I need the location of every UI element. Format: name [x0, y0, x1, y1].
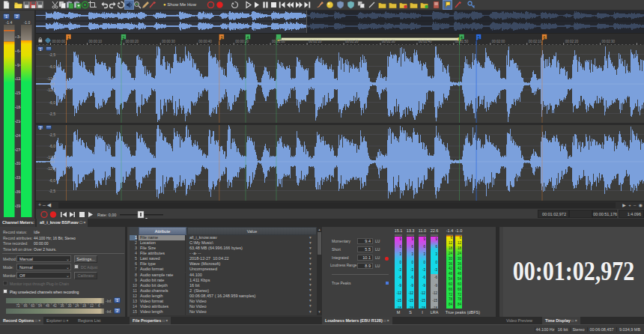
svg-text:00:02:10: 00:02:10	[529, 40, 542, 43]
svg-text:-3: -3	[422, 268, 425, 272]
svg-text:24: 24	[458, 252, 462, 255]
svg-text:00:00:40: 00:00:40	[198, 40, 212, 43]
svg-text:00:00:00: 00:00:00	[52, 40, 66, 43]
svg-text:00:01:10: 00:01:10	[309, 40, 322, 43]
svg-text:24: 24	[449, 252, 453, 255]
svg-text:3: 3	[220, 35, 222, 40]
svg-text:-3: -3	[410, 268, 413, 272]
svg-text:-Inf.: -Inf.	[49, 82, 55, 86]
svg-text:00:00:10: 00:00:10	[88, 40, 102, 43]
svg-text:84: 84	[458, 303, 462, 306]
svg-text:00:00:30: 00:00:30	[162, 40, 175, 43]
svg-text:-15: -15	[396, 299, 401, 303]
svg-text:-6: -6	[410, 276, 413, 279]
svg-text:00:01:20: 00:01:20	[345, 40, 359, 43]
svg-text:1: 1	[67, 35, 70, 40]
svg-text:18: 18	[458, 246, 462, 250]
svg-text:-12,0: -12,0	[47, 166, 56, 171]
svg-text:-12: -12	[408, 291, 413, 295]
svg-text:54: 54	[458, 277, 462, 281]
svg-text:Rate: 0,00: Rate: 0,00	[97, 213, 116, 217]
svg-text:42: 42	[449, 267, 453, 270]
svg-text:-6: -6	[434, 276, 437, 279]
svg-text:15.1: 15.1	[395, 228, 403, 233]
svg-text:48: 48	[449, 272, 453, 276]
svg-text:-12: -12	[396, 291, 401, 295]
svg-text:30: 30	[458, 257, 462, 261]
svg-text:12: 12	[458, 241, 462, 245]
svg-text:-12,0: -12,0	[47, 155, 56, 160]
svg-text:-15: -15	[408, 299, 413, 303]
svg-text:00:01:30: 00:01:30	[382, 40, 395, 43]
svg-text:72: 72	[458, 293, 462, 297]
svg-text:-1.4: -1.4	[446, 228, 453, 233]
svg-text:-6,0: -6,0	[49, 144, 55, 148]
svg-text:-15: -15	[432, 299, 437, 303]
svg-text:-15: -15	[420, 299, 425, 303]
svg-text:48: 48	[458, 272, 462, 276]
svg-text:-12: -12	[432, 291, 437, 295]
svg-text:72: 72	[449, 293, 453, 297]
svg-text:66: 66	[449, 288, 453, 291]
svg-text:-9: -9	[434, 284, 437, 288]
svg-text:-2,5: -2,5	[49, 189, 55, 193]
svg-text:36: 36	[458, 262, 462, 266]
svg-text:-12,0: -12,0	[47, 88, 56, 92]
svg-text:00:02:30: 00:02:30	[602, 40, 616, 43]
svg-text:-6: -6	[422, 276, 425, 279]
svg-text:-2,5: -2,5	[49, 133, 55, 137]
svg-text:-1.0: -1.0	[455, 228, 462, 233]
svg-text:13.3: 13.3	[407, 228, 415, 233]
svg-text:00:01:50: 00:01:50	[455, 40, 469, 43]
svg-text:True peaks (dBFS): True peaks (dBFS)	[446, 310, 480, 315]
svg-text:84: 84	[449, 303, 453, 306]
svg-text:-9: -9	[398, 284, 401, 288]
svg-text:66: 66	[458, 288, 462, 291]
svg-text:11.0: 11.0	[419, 228, 426, 233]
svg-text:42: 42	[458, 267, 462, 270]
svg-text:-12: -12	[420, 291, 425, 295]
svg-text:-6,0: -6,0	[49, 178, 55, 183]
svg-text:-12,0: -12,0	[47, 76, 56, 81]
svg-text:-6: -6	[398, 276, 401, 279]
svg-text:I: I	[422, 310, 423, 315]
svg-text:-3: -3	[434, 268, 437, 272]
svg-text:78: 78	[449, 297, 453, 301]
svg-text:-3: -3	[16, 34, 19, 39]
svg-text:6: 6	[544, 35, 546, 40]
svg-text:00:02:00: 00:02:00	[492, 40, 505, 43]
svg-text:-9: -9	[422, 284, 425, 288]
svg-text:-2,5: -2,5	[49, 52, 55, 57]
svg-text:22.6: 22.6	[431, 228, 439, 233]
svg-text:M: M	[397, 310, 401, 315]
svg-text:-6: -6	[16, 49, 19, 53]
svg-text:5: 5	[478, 35, 480, 40]
svg-text:-6,0: -6,0	[49, 100, 55, 105]
svg-text:-3: -3	[398, 268, 401, 272]
svg-text:-6,0: -6,0	[49, 64, 55, 69]
svg-text:60: 60	[449, 282, 453, 286]
svg-text:18: 18	[449, 246, 453, 250]
svg-text:-9: -9	[410, 284, 413, 288]
svg-text:2: 2	[123, 35, 125, 40]
svg-text:30: 30	[449, 257, 453, 261]
svg-text:-2,5: -2,5	[49, 112, 55, 116]
svg-text:78: 78	[458, 297, 462, 301]
svg-text:-Inf.: -Inf.	[49, 160, 55, 164]
svg-text:00:01:40: 00:01:40	[419, 40, 432, 43]
svg-text:4: 4	[461, 35, 463, 40]
svg-text:00:01:00: 00:01:00	[272, 40, 285, 43]
svg-text:4: 4	[247, 35, 249, 40]
svg-text:54: 54	[449, 277, 453, 281]
svg-text:00:00:20: 00:00:20	[125, 40, 139, 43]
svg-text:LRA: LRA	[431, 310, 439, 315]
svg-text:-9: -9	[16, 63, 19, 67]
svg-text:00:02:20: 00:02:20	[565, 40, 579, 43]
svg-text:S: S	[409, 310, 412, 315]
svg-text:12: 12	[449, 241, 453, 245]
svg-text:60: 60	[458, 282, 462, 286]
svg-text:36: 36	[449, 262, 453, 266]
